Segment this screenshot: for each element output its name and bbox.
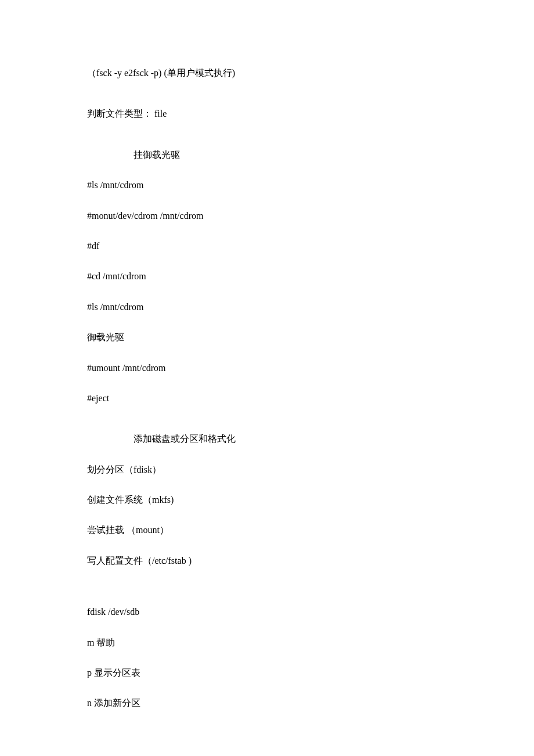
text-line: 创建文件系统（mkfs) — [87, 494, 453, 506]
text-line: 尝试挂载 （mount） — [87, 524, 453, 537]
text-line: 写人配置文件（/etc/fstab ) — [87, 555, 453, 567]
text-line: 判断文件类型： file — [87, 107, 453, 120]
text-line: #monut/dev/cdrom /mnt/cdrom — [87, 210, 453, 222]
text-line: （fsck -y e2fsck -p) (单用户模式执行) — [87, 67, 453, 80]
text-line: #ls /mnt/cdrom — [87, 179, 453, 192]
text-line: n 添加新分区 — [87, 697, 453, 710]
text-line: #eject — [87, 392, 453, 405]
text-line: m 帮助 — [87, 636, 453, 649]
text-line: 划分分区（fdisk） — [87, 463, 453, 476]
text-line: #df — [87, 240, 453, 253]
text-line: #umount /mnt/cdrom — [87, 362, 453, 375]
document-page: （fsck -y e2fsck -p) (单用户模式执行) 判断文件类型： fi… — [0, 0, 534, 756]
text-line: 御载光驱 — [87, 331, 453, 344]
section-title-add-disk: 添加磁盘或分区和格式化 — [134, 433, 453, 445]
text-line: p 显示分区表 — [87, 667, 453, 679]
section-title-mount-cdrom: 挂御载光驱 — [134, 149, 453, 161]
text-line: #ls /mnt/cdrom — [87, 301, 453, 314]
text-line: fdisk /dev/sdb — [87, 606, 453, 618]
text-line: #cd /mnt/cdrom — [87, 270, 453, 283]
